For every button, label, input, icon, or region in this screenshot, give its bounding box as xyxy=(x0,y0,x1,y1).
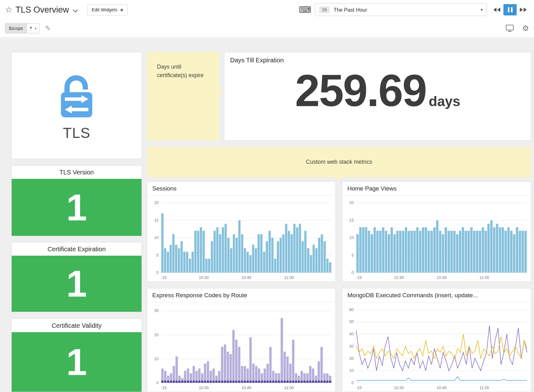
svg-text:50: 50 xyxy=(349,320,354,324)
title-chevron-down-icon[interactable] xyxy=(73,9,78,13)
svg-text:60: 60 xyxy=(349,308,354,312)
tls-logo-widget: TLS xyxy=(11,52,142,159)
svg-text:10: 10 xyxy=(154,236,159,240)
svg-text::15: :15 xyxy=(161,386,166,390)
certificate-expiration-widget: Certificate Expiration 1 xyxy=(11,242,142,312)
widget-title: Certificate Expiration xyxy=(12,242,142,256)
svg-text:15: 15 xyxy=(154,218,159,223)
time-range-label: The Past Hour xyxy=(334,7,367,13)
svg-text:10:30: 10:30 xyxy=(394,276,404,280)
sessions-chart[interactable]: 05101520:1510:3010:4511:00 xyxy=(147,196,335,281)
svg-text:0: 0 xyxy=(156,381,159,385)
svg-text:20: 20 xyxy=(154,333,159,337)
edit-widgets-button[interactable]: Edit Widgets + xyxy=(87,4,128,15)
svg-text:15: 15 xyxy=(349,218,354,223)
mongodb-commands-widget: MongoDB Executed Commands (insert, updat… xyxy=(342,288,531,392)
widget-title: Certificate Validity xyxy=(12,319,142,332)
pause-icon xyxy=(508,7,509,12)
svg-text:10:30: 10:30 xyxy=(394,386,404,390)
favorite-star-icon[interactable]: ☆ xyxy=(5,6,12,14)
edit-pencil-icon[interactable]: ✎ xyxy=(45,25,51,32)
svg-text:20: 20 xyxy=(349,201,354,205)
svg-text:40: 40 xyxy=(349,332,354,336)
svg-text:30: 30 xyxy=(349,344,354,349)
svg-text:10:45: 10:45 xyxy=(437,386,446,390)
svg-text::15: :15 xyxy=(356,276,362,280)
svg-text:5: 5 xyxy=(156,253,159,258)
chart-title: MongoDB Executed Commands (insert, updat… xyxy=(342,288,531,302)
edit-widgets-label: Edit Widgets xyxy=(92,7,117,12)
tls-lock-icon xyxy=(50,70,103,121)
scope-variable-label: $scope xyxy=(5,24,27,33)
svg-text:11:00: 11:00 xyxy=(479,276,489,280)
playback-controls xyxy=(491,4,529,15)
chart-title: Home Page Views xyxy=(342,182,531,196)
note-text: Custom web stack metrics xyxy=(306,158,372,167)
svg-text:0: 0 xyxy=(156,270,159,275)
svg-text:10:45: 10:45 xyxy=(437,276,446,280)
note-days-until-expire: Days until certificate(s) expire xyxy=(147,52,219,141)
days-till-expiration-widget: Days Till Expiration 259.69 days xyxy=(224,52,531,141)
status-green-panel: 1 xyxy=(12,256,142,312)
tls-version-widget: TLS Version 1 xyxy=(11,165,142,236)
pause-button[interactable] xyxy=(503,4,517,15)
svg-text:10:30: 10:30 xyxy=(199,276,209,280)
rewind-button[interactable] xyxy=(491,5,502,14)
svg-text:10: 10 xyxy=(154,357,159,361)
svg-text:11:00: 11:00 xyxy=(284,386,294,390)
certificate-validity-widget: Certificate Validity 1 xyxy=(11,319,142,392)
note-arrow-right xyxy=(215,87,223,94)
svg-text:11:00: 11:00 xyxy=(284,276,294,280)
keyboard-shortcuts-icon[interactable]: ⌨ xyxy=(299,6,311,14)
sessions-widget: Sessions 05101520:1510:3010:4511:00 xyxy=(147,181,336,282)
days-number: 259.69 xyxy=(295,68,426,113)
svg-text:10:45: 10:45 xyxy=(241,386,251,390)
top-bar: ☆ TLS Overview Edit Widgets + ⌨ 1h The P… xyxy=(0,0,534,20)
svg-text:10: 10 xyxy=(349,368,354,373)
svg-text:10: 10 xyxy=(349,236,354,240)
home-page-views-widget: Home Page Views 05101520:1510:3010:4511:… xyxy=(342,181,531,282)
time-range-selector[interactable]: 1h The Past Hour ▾ xyxy=(315,3,487,16)
mongodb-commands-chart[interactable]: 0102030405060:1510:3010:4511:00 xyxy=(342,302,531,392)
chevron-down-icon: ▾ xyxy=(481,8,483,12)
express-response-codes-chart[interactable]: 0102030:1510:3010:4511:00 xyxy=(147,302,335,392)
template-variable-bar: $scope * ▾ ✎ ⚙ xyxy=(0,20,534,37)
svg-text:30: 30 xyxy=(154,309,159,313)
svg-text:0: 0 xyxy=(351,270,354,275)
days-unit: days xyxy=(429,94,460,109)
scope-selector[interactable]: $scope * ▾ xyxy=(5,23,39,33)
svg-text:10:45: 10:45 xyxy=(241,276,251,280)
time-range-badge: 1h xyxy=(319,6,330,13)
svg-text::15: :15 xyxy=(356,386,362,390)
certificate-expiration-value: 1 xyxy=(66,265,87,302)
query-value: 259.69 days xyxy=(224,68,531,113)
page-title: TLS Overview xyxy=(15,5,69,15)
tv-mode-icon[interactable] xyxy=(506,25,514,32)
dashboard-grid: TLS TLS Version 1 Certificate Expiration… xyxy=(0,37,534,392)
widget-title: TLS Version xyxy=(12,166,142,179)
fast-forward-button[interactable] xyxy=(518,5,529,14)
scope-variable-value: * xyxy=(27,24,35,33)
svg-text:5: 5 xyxy=(351,253,354,258)
plus-icon: + xyxy=(120,7,123,13)
tls-logo-label: TLS xyxy=(63,124,90,141)
chevron-down-icon: ▾ xyxy=(35,27,39,30)
note-custom-web-stack: Custom web stack metrics xyxy=(147,147,531,177)
svg-text:0: 0 xyxy=(351,381,354,385)
home-page-views-chart[interactable]: 05101520:1510:3010:4511:00 xyxy=(342,196,531,281)
chart-title: Sessions xyxy=(147,182,335,196)
certificate-validity-value: 1 xyxy=(66,344,87,381)
svg-text:20: 20 xyxy=(349,356,354,361)
svg-text::15: :15 xyxy=(161,276,166,280)
status-green-panel: 1 xyxy=(12,179,142,236)
settings-gear-icon[interactable]: ⚙ xyxy=(522,25,529,32)
note-text: Days until certificate(s) expire xyxy=(157,64,204,78)
express-response-codes-widget: Express Response Codes by Route 0102030:… xyxy=(147,288,336,392)
status-green-panel: 1 xyxy=(12,332,142,392)
tls-version-value: 1 xyxy=(66,189,87,226)
svg-text:20: 20 xyxy=(154,201,159,205)
svg-text:10:30: 10:30 xyxy=(199,386,209,390)
svg-text:11:00: 11:00 xyxy=(479,386,489,390)
chart-title: Express Response Codes by Route xyxy=(147,288,335,302)
note-arrow-down xyxy=(335,173,343,181)
